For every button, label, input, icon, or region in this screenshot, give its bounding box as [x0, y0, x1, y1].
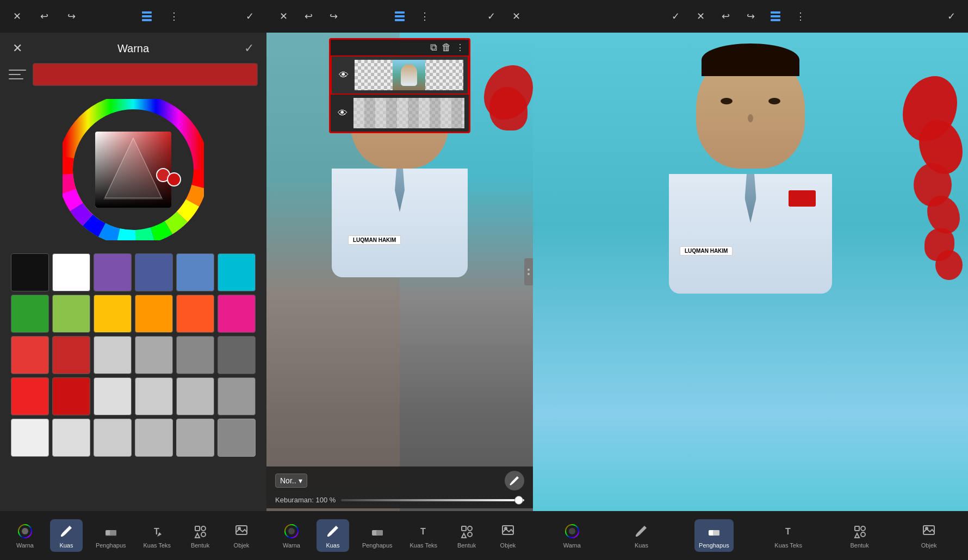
- layer-delete-icon[interactable]: 🗑: [442, 42, 451, 53]
- tool-kuas-teks-mid[interactable]: T Kuas Teks: [406, 519, 442, 552]
- opacity-thumb[interactable]: [514, 496, 523, 505]
- swatch-xlgray4[interactable]: [135, 419, 173, 457]
- right-red-blob-6: [935, 250, 963, 280]
- tool-penghapus-mid[interactable]: Penghapus: [358, 519, 397, 552]
- color-close-button[interactable]: ✕: [9, 41, 26, 55]
- swatch-green[interactable]: [11, 295, 49, 333]
- color-wheel-svg[interactable]: [63, 99, 204, 240]
- opacity-label: Keburaman: 100 %: [275, 496, 336, 504]
- tool-penghapus-right[interactable]: Penghapus: [694, 519, 734, 552]
- swatch-pink[interactable]: [218, 295, 256, 333]
- swatch-xlgray1[interactable]: [11, 419, 49, 457]
- middle-close-icon[interactable]: ✕: [275, 8, 291, 24]
- tool-penghapus-left[interactable]: Penghapus: [91, 519, 131, 552]
- tool-bentuk-left[interactable]: Bentuk: [184, 519, 216, 552]
- swatch-red4[interactable]: [52, 377, 90, 415]
- swatch-orange[interactable]: [135, 295, 173, 333]
- swatch-black[interactable]: [11, 253, 49, 291]
- layer-more-icon[interactable]: ⋮: [456, 42, 464, 53]
- right-bottom-toolbar: Warna Kuas Penghapus T: [533, 511, 968, 560]
- svg-point-40: [510, 484, 512, 486]
- color-check-button[interactable]: ✓: [240, 41, 258, 55]
- middle-panel: ✕ ↩ ↪ ⋮ ✓ ✕: [266, 0, 533, 560]
- middle-cancel-icon[interactable]: ✕: [508, 8, 524, 24]
- middle-more-icon[interactable]: ⋮: [417, 8, 433, 24]
- swatch-lgray2[interactable]: [135, 377, 173, 415]
- right-redo-icon[interactable]: ↪: [742, 8, 759, 24]
- left-redo-icon[interactable]: ↪: [63, 8, 79, 24]
- warna-icon: [16, 522, 34, 540]
- tool-bentuk-right[interactable]: Bentuk: [843, 519, 876, 552]
- swatch-lgray1[interactable]: [94, 377, 132, 415]
- svg-point-39: [528, 273, 530, 275]
- layer-item-2[interactable]: 👁: [331, 95, 469, 132]
- left-check-icon[interactable]: ✓: [241, 8, 258, 24]
- color-wheel[interactable]: [63, 99, 204, 240]
- left-close-icon[interactable]: ✕: [9, 8, 25, 24]
- swatch-xlgray3[interactable]: [94, 419, 132, 457]
- swatch-dark-blue[interactable]: [135, 253, 173, 291]
- swatch-white[interactable]: [52, 253, 90, 291]
- swatch-purple[interactable]: [94, 253, 132, 291]
- left-more-icon[interactable]: ⋮: [166, 8, 182, 24]
- right-check-icon[interactable]: ✓: [667, 8, 684, 24]
- right-layers-icon[interactable]: [767, 8, 784, 24]
- tool-kuas-left[interactable]: Kuas: [50, 519, 83, 552]
- swatch-blue[interactable]: [176, 253, 214, 291]
- tool-kuas-teks-right[interactable]: T Kuas Teks: [770, 519, 806, 552]
- layer-item-1[interactable]: 👁: [331, 55, 469, 95]
- swatch-red3[interactable]: [11, 377, 49, 415]
- swatch-gray3[interactable]: [176, 336, 214, 374]
- sliders-icon[interactable]: [9, 66, 26, 83]
- tool-warna-right[interactable]: Warna: [556, 519, 588, 552]
- layer-copy-icon[interactable]: ⧉: [430, 42, 437, 53]
- tool-objek-mid[interactable]: Objek: [492, 519, 524, 552]
- right-cancel-icon[interactable]: ✕: [692, 8, 709, 24]
- right-person-hair: [702, 43, 799, 76]
- tool-kuas-mid[interactable]: Kuas: [317, 519, 349, 552]
- tool-warna-left[interactable]: Warna: [9, 519, 41, 552]
- middle-redo-icon[interactable]: ↪: [325, 8, 342, 24]
- swatch-gray4[interactable]: [218, 336, 256, 374]
- swatch-cyan[interactable]: [218, 253, 256, 291]
- swatch-xlgray2[interactable]: [52, 419, 90, 457]
- left-undo-icon[interactable]: ↩: [36, 8, 52, 24]
- swatch-xlgray6[interactable]: [218, 419, 256, 457]
- swatch-yellow[interactable]: [94, 295, 132, 333]
- kuas-icon: [58, 522, 75, 540]
- swatch-light-green[interactable]: [52, 295, 90, 333]
- tool-objek-left[interactable]: Objek: [225, 519, 258, 552]
- tool-bentuk-mid[interactable]: Bentuk: [450, 519, 483, 552]
- middle-layers-icon[interactable]: [392, 8, 408, 24]
- swatch-deep-orange[interactable]: [176, 295, 214, 333]
- color-preview-box[interactable]: [33, 63, 258, 86]
- swatch-lgray3[interactable]: [176, 377, 214, 415]
- svg-rect-1: [142, 15, 152, 17]
- opacity-slider[interactable]: [341, 499, 524, 501]
- right-undo-icon[interactable]: ↩: [717, 8, 734, 24]
- warna-label-right: Warna: [563, 542, 581, 549]
- swatch-xlgray5[interactable]: [176, 419, 214, 457]
- layer-panel: ⧉ 🗑 ⋮ 👁 👁: [329, 38, 470, 133]
- tool-objek-right[interactable]: Objek: [913, 519, 945, 552]
- middle-check-icon[interactable]: ✓: [483, 8, 499, 24]
- tool-kuas-right[interactable]: Kuas: [625, 519, 657, 552]
- swatch-red2[interactable]: [52, 336, 90, 374]
- swatch-lgray4[interactable]: [218, 377, 256, 415]
- layer-2-eye-icon[interactable]: 👁: [335, 105, 350, 121]
- swatch-gray2[interactable]: [135, 336, 173, 374]
- right-more-icon[interactable]: ⋮: [792, 8, 809, 24]
- swatch-gray1[interactable]: [94, 336, 132, 374]
- tool-kuas-teks-left[interactable]: T Kuas Teks: [139, 519, 176, 552]
- left-layers-icon[interactable]: [139, 8, 155, 24]
- layer-1-eye-icon[interactable]: 👁: [336, 67, 351, 83]
- svg-point-52: [505, 527, 507, 530]
- swatch-red1[interactable]: [11, 336, 49, 374]
- tool-warna-mid[interactable]: Warna: [275, 519, 308, 552]
- right-final-check-icon[interactable]: ✓: [943, 8, 959, 24]
- canvas-scroll-handle[interactable]: [524, 258, 533, 285]
- blend-mode-select[interactable]: Nor.. ▾: [275, 474, 307, 488]
- middle-undo-icon[interactable]: ↩: [300, 8, 317, 24]
- warna-label: Warna: [16, 542, 34, 549]
- blend-brush-icon[interactable]: [505, 471, 524, 490]
